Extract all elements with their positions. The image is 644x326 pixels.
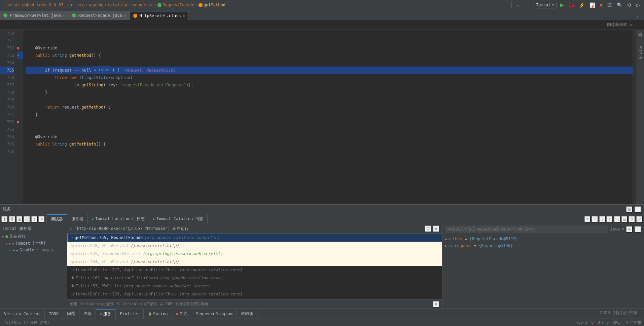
panel-right-2[interactable]: ↑ [592,216,598,222]
vars-add-button[interactable]: + [626,226,633,233]
tree-item-gradle[interactable]: ◇ ◆ ◆ Gradle : org.s [0,247,67,253]
bottom-tab-dependencies[interactable]: 依赖项 [237,309,257,319]
panel-tool-5[interactable]: ↕ [31,216,38,222]
bottom-tab-breakpoints[interactable]: ● 断点 [172,309,192,319]
lang-selector[interactable]: Java [610,227,620,232]
bottom-tab-sequence[interactable]: SequenceDiagram [192,309,237,319]
var-item-this[interactable]: ▶ ≡ this = {RequestFacade@5115} [442,236,644,242]
stack-frame-2-package: (org.springframework.web.servlet) [143,251,223,257]
bottom-tab-todo[interactable]: TODO [45,309,63,319]
stack-frame-1[interactable]: service:648, HttpServlet (javax.servlet.… [67,242,442,250]
panel-right-7[interactable]: ≡ [629,216,635,222]
run-button[interactable]: ▶ [559,1,565,9]
bottom-tab-spring-label: Spring [153,312,168,316]
bottom-tab-issues[interactable]: 问题 [63,309,79,319]
panel-tool-filter[interactable]: ▽ [24,216,30,222]
code-area[interactable]: @Override public String getMethod() { if… [23,30,633,204]
line-num-754: 754 [0,59,14,67]
tree-item-tomcat[interactable]: ∨ ◆ ◆ Tomcat [本地] [0,240,67,247]
breakpoint-753[interactable]: ● [17,46,19,50]
breadcrumb-jar[interactable]: tomcat-embed-core-9.0.37.jar [5,3,73,7]
forward-button[interactable]: → [524,2,532,8]
panel-tool-2[interactable]: ⬇ [9,216,15,222]
panel-right-6[interactable]: ⊟ [621,216,628,222]
panel-tab-tomcat-catalina[interactable]: ▶ Tomcat Catalina 日志 [149,214,208,224]
stack-frame-4[interactable]: internalDoFilter:227, ApplicationFilterC… [67,266,442,274]
stack-frame-2[interactable]: service:945, FrameworkServlet (org.sprin… [67,250,442,258]
tab-requestfacade[interactable]: RequestFacade.java ✕ [69,11,130,20]
stack-close-button[interactable]: ✕ [433,301,439,308]
stop-button[interactable]: ■ [599,2,604,8]
status-bar-right: 755:1 U UTF-8 CRLF 4 个空格 [576,320,641,325]
stack-frame-5[interactable]: doFilter:162, ApplicationFilterChain (or… [67,274,442,282]
translate-button[interactable]: 文 [606,1,613,9]
breadcrumb-class[interactable]: RequestFacade [163,3,194,7]
vars-more-button[interactable]: ⋮ [635,226,641,233]
coverage-button[interactable]: ⚡ [578,2,586,8]
run-config-selector[interactable]: Tomcat ▼ [534,2,556,8]
tab-httpservlet[interactable]: HttpServlet.class ✕ [130,11,189,20]
breadcrumb-method[interactable]: getMethod [204,3,225,7]
breadcrumb-org[interactable]: org [77,3,85,7]
panel-tab-debugger[interactable]: 调试器 [47,214,67,224]
panel-tool-1[interactable]: ⬆ [1,216,8,222]
panel-right-1[interactable]: ≡ [584,216,591,222]
status-encoding[interactable]: UTF-8 [598,320,609,325]
panel-tool-6[interactable]: ≡ [38,216,45,222]
bottom-tab-spring[interactable]: 🍃 Spring [144,309,172,319]
thread-expand-button[interactable]: ▼ [433,226,439,232]
search-button[interactable]: 🔍 [615,2,624,8]
stack-frame-0[interactable]: ✓ getMethod:755, RequestFacade (org.apac… [67,234,442,242]
reader-mode-button[interactable]: 阅读器模式 [607,22,627,28]
panel-tab-tomcat-localhost[interactable]: ▶ Tomcat Localhost 日志 [88,214,149,224]
expression-input[interactable] [445,226,608,233]
vert-tab-version[interactable]: 版本 [637,37,644,42]
panel-settings-button[interactable]: ⚙ [626,206,633,213]
bottom-tab-terminal[interactable]: 终端 [79,309,96,319]
panel-tab-servers[interactable]: 服务器 [67,214,88,224]
code-line-751 [26,37,633,44]
reader-mode-check[interactable]: ✓ [630,22,633,28]
status-indent[interactable]: 4 个空格 [626,320,641,325]
panel-expand[interactable]: ⤢ [636,216,643,222]
settings-button[interactable]: ⚙ [626,2,633,8]
tab-httpservlet-close[interactable]: ✕ [183,14,185,17]
breadcrumb-connector[interactable]: connector [132,3,153,7]
update-button[interactable]: ▷ [635,2,641,8]
debug-button[interactable]: 🐞 [567,2,576,8]
breadcrumb-catalina[interactable]: catalina [108,3,127,7]
vert-tab-annotate[interactable]: 标注 [637,31,644,36]
stack-frame-2-method: service:945, FrameworkServlet [71,251,141,257]
back-button[interactable]: ← [515,2,522,8]
profile-button[interactable]: 📊 [588,2,597,8]
panel-right-3[interactable]: ↓ [599,216,606,222]
breadcrumb-apache[interactable]: apache [89,3,103,7]
panel-right-4[interactable]: ↑ [606,216,613,222]
bottom-tab-service-label: 服务 [103,311,111,317]
tab-frameworkservlet[interactable]: FrameworkServlet.java ✕ [0,11,69,20]
line-num-750: 750 [0,30,14,37]
breakpoint-765[interactable]: ● [17,120,19,124]
var-item-request[interactable]: ▶ ○○ request = {Request@5166} [442,242,644,249]
tab-requestfacade-close[interactable]: ✕ [124,14,126,17]
tab-more-button[interactable]: ⋮ [633,12,641,20]
tomcat-catalina-icon: ▶ [153,217,155,221]
panel-tool-3[interactable]: ⊞ [16,216,23,222]
bottom-tab-profiler[interactable]: Profiler [116,309,144,319]
var-name-this: this [453,237,462,241]
run-config-arrow: ▼ [552,3,554,7]
bottom-tab-service[interactable]: ⚙ 服务 [96,309,116,319]
panel-right-5[interactable]: ↑↓ [614,216,620,222]
bottom-tab-version-control[interactable]: Version Control [0,309,45,319]
tree-item-running[interactable]: ▶ 正在运行 [0,233,67,240]
stack-frame-3[interactable]: service:764, HttpServlet (javax.servlet.… [67,258,442,266]
status-position[interactable]: 755:1 [576,320,587,325]
stack-frame-6[interactable]: doFilter:53, WsFilter (org.apache.tomcat… [67,282,442,290]
status-crlf[interactable]: CRLF [613,320,622,325]
stack-frame-7[interactable]: internalDoFilter:189, ApplicationFilterC… [67,290,442,298]
spring-tab-icon: 🍃 [148,312,152,316]
panel-minimize-button[interactable]: — [635,206,641,213]
thread-filter-button[interactable]: ▽ [425,226,431,232]
tab-frameworkservlet-close[interactable]: ✕ [63,14,65,17]
vert-tab-gradle[interactable]: Gradle [637,43,644,62]
